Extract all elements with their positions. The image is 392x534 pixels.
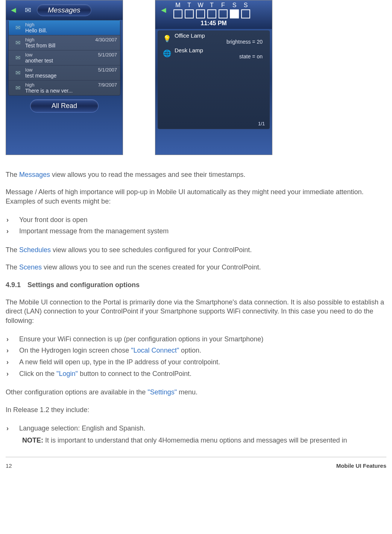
message-item: ✉ high 7/9/2007 There is a new ver... xyxy=(9,81,120,95)
message-item: ✉ high Hello Bill. xyxy=(9,20,120,35)
note-line: NOTE: It is important to understand that… xyxy=(6,435,386,446)
message-priority: low xyxy=(25,67,98,73)
list-item: A new field will open up, type in the IP… xyxy=(6,356,386,368)
scenes-link: Scenes xyxy=(19,263,42,271)
paragraph: Other configuration options are availabl… xyxy=(6,388,386,397)
schedules-screenshot: ◄ M T W T F S S xyxy=(155,0,272,155)
note-label: NOTE: xyxy=(22,437,43,444)
device-name: Desk Lamp xyxy=(175,47,266,53)
message-body: There is a new ver... xyxy=(25,88,117,94)
bulb-icon: 💡 xyxy=(160,32,175,45)
message-date: 5/1/2007 xyxy=(98,67,117,73)
list-item: Important message from the management sy… xyxy=(6,225,386,237)
day-label: T xyxy=(207,2,216,9)
paragraph: The Schedules view allows you to see sch… xyxy=(6,245,386,254)
list-item: Ensure your WiFi connection is up (per c… xyxy=(6,333,386,345)
day-label: S xyxy=(241,2,250,9)
section-title: Settings and configuration options xyxy=(27,281,140,289)
footer-title: Mobile UI Features xyxy=(336,462,386,469)
login-link: "Login" xyxy=(56,370,78,377)
paragraph: The Messages view allows you to read the… xyxy=(6,170,386,179)
settings-link: "Settings" xyxy=(147,388,177,396)
schedules-link: Schedules xyxy=(19,246,51,254)
page-number: 12 xyxy=(6,462,12,469)
bullet-list: Your front door is open Important messag… xyxy=(6,214,386,237)
day-checkbox xyxy=(219,9,228,18)
device-state: brightness = 20 xyxy=(175,39,266,45)
day-checkbox xyxy=(185,9,194,18)
local-connect-link: "Local Connect" xyxy=(131,347,179,354)
message-priority: high xyxy=(25,22,117,27)
paragraph: Message / Alerts of high importance will… xyxy=(6,187,386,206)
envelope-icon: ✉ xyxy=(10,52,25,64)
back-arrow-icon: ◄ xyxy=(6,3,21,18)
message-item: ✉ low 5/1/2007 another test xyxy=(9,50,120,65)
list-item: Language selection: English and Spanish. xyxy=(6,423,386,434)
message-date: 5/1/2007 xyxy=(98,52,117,58)
day-checkbox xyxy=(196,9,205,18)
message-item: ✉ high 4/30/2007 Test from Bill xyxy=(9,35,120,50)
envelope-icon: ✉ xyxy=(10,82,25,94)
device-name: Office Lamp xyxy=(175,32,266,39)
paragraph: In Release 1.2 they include: xyxy=(6,405,386,414)
message-body: Test from Bill xyxy=(25,43,117,49)
globe-icon: 🌐 xyxy=(160,47,175,59)
day-label: F xyxy=(219,2,228,9)
message-date: 7/9/2007 xyxy=(98,82,117,88)
envelope-icon: ✉ xyxy=(10,22,25,33)
device-list: 💡 Office Lamp brightness = 20 🌐 Desk Lam… xyxy=(158,30,270,129)
device-state: state = on xyxy=(175,53,266,59)
paragraph: The Mobile UI connection to the Portal i… xyxy=(6,298,386,325)
message-list: ✉ high Hello Bill. ✉ high 4/30/2007 Test… xyxy=(8,20,120,96)
message-body: another test xyxy=(25,58,117,64)
device-item: 💡 Office Lamp brightness = 20 xyxy=(158,31,269,46)
message-priority: high xyxy=(25,82,98,88)
section-number: 4.9.1 xyxy=(6,280,21,289)
day-checkbox xyxy=(207,9,216,18)
envelope-icon: ✉ xyxy=(10,37,25,49)
day-label: M xyxy=(173,2,182,9)
messages-link: Messages xyxy=(19,171,50,178)
page-footer: 12 Mobile UI Features xyxy=(6,457,386,469)
day-label: W xyxy=(196,2,205,9)
bullet-list: Language selection: English and Spanish. xyxy=(6,423,386,434)
day-checkbox xyxy=(173,9,182,18)
all-read-button[interactable]: All Read xyxy=(30,99,99,113)
message-priority: high xyxy=(25,37,95,43)
device-item: 🌐 Desk Lamp state = on xyxy=(158,46,269,60)
message-priority: low xyxy=(25,52,98,58)
day-label: S xyxy=(230,2,239,9)
screen-title: Messages xyxy=(37,4,91,16)
bullet-list: Ensure your WiFi connection is up (per c… xyxy=(6,333,386,379)
list-item: Click on the "Login" button to connect t… xyxy=(6,368,386,380)
envelope-icon: ✉ xyxy=(10,67,25,79)
message-date: 4/30/2007 xyxy=(95,37,117,43)
message-body: Hello Bill. xyxy=(25,27,117,33)
messages-screenshot: ◄ ✉ Messages ✉ high Hello Bill. ✉ high 4… xyxy=(6,0,123,155)
message-item: ✉ low 5/1/2007 test message xyxy=(9,65,120,81)
list-item: Your front door is open xyxy=(6,214,386,226)
paragraph: The Scenes view allows you to see and ru… xyxy=(6,263,386,272)
day-label: T xyxy=(185,2,194,9)
mailbox-icon: ✉ xyxy=(21,3,35,17)
day-checkbox xyxy=(230,9,239,18)
list-item: On the Hydrogen login screen chose "Loca… xyxy=(6,345,386,356)
section-heading: 4.9.1Settings and configuration options xyxy=(6,280,386,289)
day-checkbox xyxy=(241,9,250,18)
schedule-time: 11:45 PM xyxy=(158,20,269,27)
back-arrow-icon: ◄ xyxy=(158,3,169,18)
pager-label: 1/1 xyxy=(258,121,265,126)
message-body: test message xyxy=(25,73,117,79)
